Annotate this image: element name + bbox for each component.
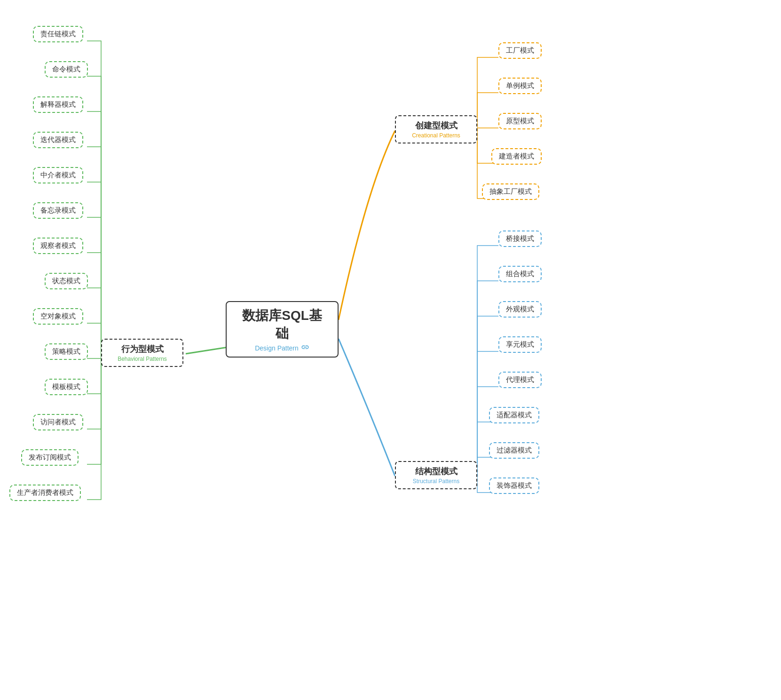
creational-title: 创建型模式 [415, 120, 458, 131]
leaf-behavioral-5: 备忘录模式 [33, 202, 83, 219]
behavioral-title: 行为型模式 [121, 343, 164, 355]
leaf-structural-5: 适配器模式 [489, 407, 539, 423]
center-title: 数据库SQL基础 [236, 307, 328, 342]
behavioral-node: 行为型模式 Behavioral Patterns [101, 339, 183, 367]
leaf-behavioral-10: 模板模式 [45, 379, 88, 395]
leaf-behavioral-7: 状态模式 [45, 273, 88, 289]
link-icon [301, 343, 309, 351]
leaf-structural-4: 代理模式 [498, 372, 542, 388]
leaf-behavioral-8: 空对象模式 [33, 308, 83, 325]
leaf-creational-2: 原型模式 [498, 113, 542, 129]
structural-node: 结构型模式 Structural Patterns [395, 461, 477, 489]
leaf-structural-7: 装饰器模式 [489, 477, 539, 494]
leaf-creational-3: 建造者模式 [491, 148, 542, 165]
structural-title: 结构型模式 [415, 466, 458, 477]
creational-subtitle: Creational Patterns [412, 132, 460, 139]
center-node: 数据库SQL基础 Design Pattern [226, 301, 339, 358]
leaf-behavioral-0: 责任链模式 [33, 26, 83, 42]
leaf-creational-4: 抽象工厂模式 [482, 183, 539, 200]
leaf-creational-1: 单例模式 [498, 78, 542, 94]
leaf-behavioral-2: 解释器模式 [33, 96, 83, 113]
leaf-behavioral-11: 访问者模式 [33, 414, 83, 430]
leaf-structural-2: 外观模式 [498, 301, 542, 318]
center-subtitle: Design Pattern [255, 344, 299, 352]
leaf-structural-0: 桥接模式 [498, 231, 542, 247]
leaf-behavioral-6: 观察者模式 [33, 238, 83, 254]
leaf-behavioral-3: 迭代器模式 [33, 132, 83, 148]
leaf-structural-1: 组合模式 [498, 266, 542, 282]
leaf-behavioral-12: 发布订阅模式 [21, 449, 79, 466]
leaf-behavioral-1: 命令模式 [45, 61, 88, 78]
leaf-structural-3: 享元模式 [498, 336, 542, 353]
leaf-structural-6: 过滤器模式 [489, 442, 539, 459]
behavioral-subtitle: Behavioral Patterns [118, 356, 167, 362]
creational-node: 创建型模式 Creational Patterns [395, 115, 477, 143]
leaf-behavioral-4: 中介者模式 [33, 167, 83, 183]
leaf-behavioral-9: 策略模式 [45, 343, 88, 360]
leaf-behavioral-13: 生产者消费者模式 [9, 485, 81, 501]
structural-subtitle: Structural Patterns [413, 478, 459, 485]
leaf-creational-0: 工厂模式 [498, 42, 542, 59]
